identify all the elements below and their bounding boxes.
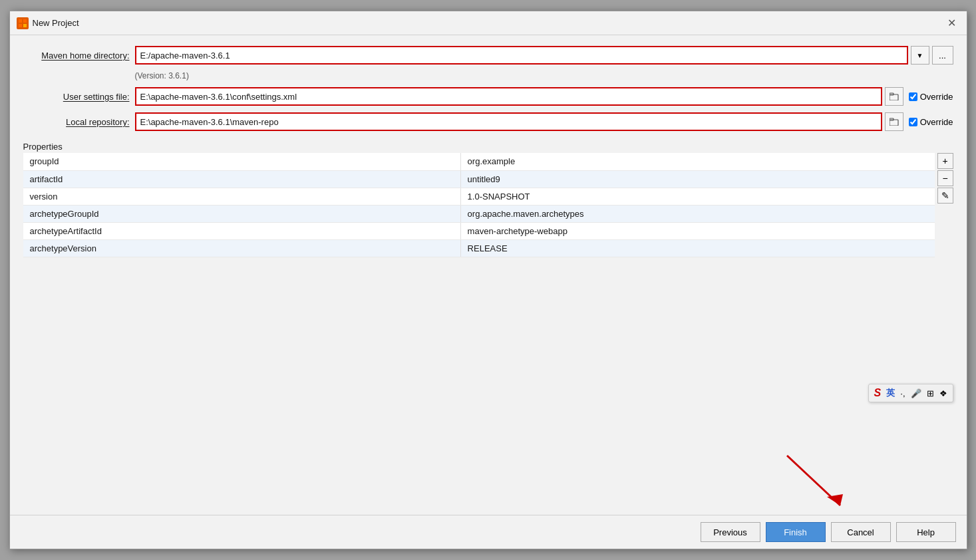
user-settings-input-wrapper <box>135 87 903 106</box>
maven-home-browse[interactable]: ... <box>932 46 953 65</box>
user-settings-override: Override <box>909 92 953 102</box>
remove-property-button[interactable]: − <box>937 170 953 186</box>
maven-home-input-wrapper: ▼ ... <box>135 46 953 65</box>
edit-property-button[interactable]: ✎ <box>937 188 953 204</box>
local-repo-input[interactable] <box>135 112 882 131</box>
previous-button[interactable]: Previous <box>701 522 760 542</box>
help-button[interactable]: Help <box>896 522 956 542</box>
maven-home-row: Maven home directory: ▼ ... <box>23 46 953 65</box>
table-row[interactable]: groupIdorg.example <box>23 153 935 170</box>
property-key: version <box>23 188 461 205</box>
local-repo-input-wrapper <box>135 112 903 131</box>
ime-dot-label: ·, <box>900 388 905 398</box>
user-settings-override-checkbox[interactable] <box>909 92 917 101</box>
ime-mic-icon[interactable]: 🎤 <box>911 388 921 398</box>
table-row[interactable]: version1.0-SNAPSHOT <box>23 188 935 205</box>
new-project-dialog: New Project ✕ Maven home directory: ▼ ..… <box>9 11 967 549</box>
user-settings-override-label: Override <box>920 92 953 102</box>
svg-rect-2 <box>19 24 22 27</box>
svg-rect-1 <box>23 19 27 23</box>
local-repo-override-checkbox[interactable] <box>909 118 917 126</box>
property-value: RELEASE <box>460 239 934 257</box>
properties-table-container: groupIdorg.exampleartifactIduntitled9ver… <box>23 153 935 257</box>
dialog-content: Maven home directory: ▼ ... (Version: 3.… <box>10 35 967 515</box>
properties-label: Properties <box>23 142 953 152</box>
property-value: 1.0-SNAPSHOT <box>460 188 934 205</box>
properties-toolbar: + − ✎ <box>937 153 953 204</box>
maven-home-dropdown[interactable]: ▼ <box>911 46 929 65</box>
table-row[interactable]: artifactIduntitled9 <box>23 170 935 188</box>
ime-s-icon: S <box>874 387 882 399</box>
svg-rect-0 <box>19 19 22 23</box>
properties-section: Properties groupIdorg.exampleartifactIdu… <box>23 142 953 257</box>
maven-home-input[interactable] <box>135 46 908 65</box>
finish-button[interactable]: Finish <box>766 522 826 542</box>
dialog-title: New Project <box>33 18 79 28</box>
property-value: org.example <box>460 153 934 170</box>
table-row[interactable]: archetypeArtifactIdmaven-archetype-webap… <box>23 222 935 239</box>
property-value: maven-archetype-webapp <box>460 222 934 239</box>
maven-home-label: Maven home directory: <box>23 51 130 61</box>
cancel-button[interactable]: Cancel <box>831 522 891 542</box>
local-repo-label: Local repository: <box>23 117 130 127</box>
app-icon <box>17 17 29 29</box>
local-repo-row: Local repository: Override <box>23 112 953 131</box>
title-bar: New Project ✕ <box>10 11 967 35</box>
property-value: org.apache.maven.archetypes <box>460 205 934 222</box>
properties-table: groupIdorg.exampleartifactIduntitled9ver… <box>23 153 935 257</box>
ime-extra-icon[interactable]: ❖ <box>939 388 947 398</box>
local-repo-override: Override <box>909 117 953 127</box>
table-row[interactable]: archetypeGroupIdorg.apache.maven.archety… <box>23 205 935 222</box>
property-key: archetypeGroupId <box>23 205 461 222</box>
dialog-footer: Previous Finish Cancel Help <box>10 515 967 549</box>
property-key: archetypeArtifactId <box>23 222 461 239</box>
svg-rect-3 <box>23 24 27 27</box>
ime-toolbar: S 英 ·, 🎤 ⊞ ❖ <box>868 384 953 402</box>
maven-version-hint: (Version: 3.6.1) <box>135 71 953 80</box>
ime-en-label: 英 <box>886 387 895 399</box>
property-key: artifactId <box>23 170 461 188</box>
user-settings-browse-btn[interactable] <box>885 87 903 106</box>
user-settings-label: User settings file: <box>23 92 130 102</box>
local-repo-browse-btn[interactable] <box>885 112 903 131</box>
properties-area: groupIdorg.exampleartifactIduntitled9ver… <box>23 153 953 257</box>
close-button[interactable]: ✕ <box>943 15 960 31</box>
property-key: archetypeVersion <box>23 239 461 257</box>
property-value: untitled9 <box>460 170 934 188</box>
user-settings-input[interactable] <box>135 87 882 106</box>
title-bar-left: New Project <box>17 17 79 29</box>
local-repo-override-label: Override <box>920 117 953 127</box>
table-row[interactable]: archetypeVersionRELEASE <box>23 239 935 257</box>
user-settings-row: User settings file: Override <box>23 87 953 106</box>
ime-grid-icon[interactable]: ⊞ <box>927 388 934 398</box>
add-property-button[interactable]: + <box>937 153 953 169</box>
property-key: groupId <box>23 153 461 170</box>
